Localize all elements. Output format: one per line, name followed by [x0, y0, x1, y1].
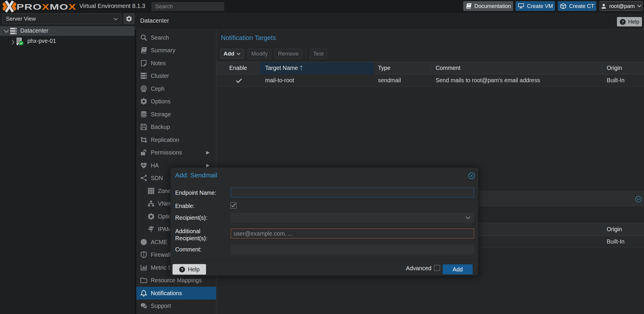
- svg-text:?: ?: [181, 267, 183, 272]
- svg-text:?: ?: [621, 19, 624, 24]
